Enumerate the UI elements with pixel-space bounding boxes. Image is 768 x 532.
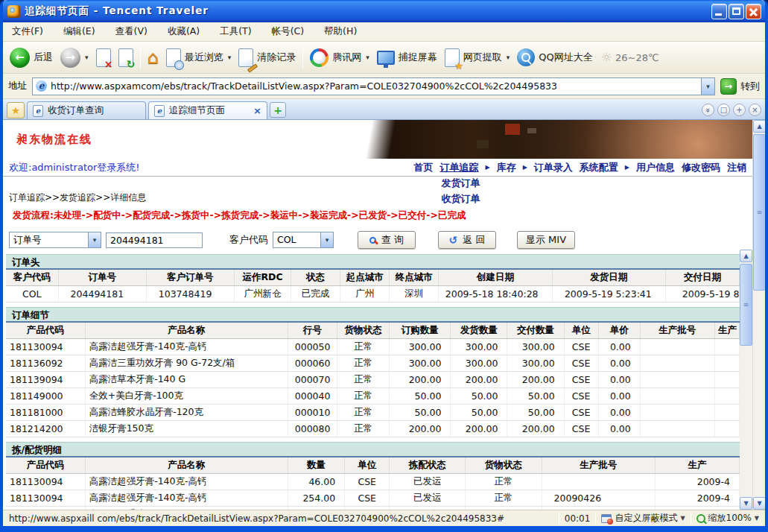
status-url: http://www.aspxaill com/ebs/track/TrackD…: [9, 513, 553, 524]
order-number-input[interactable]: 204494181: [106, 232, 203, 248]
scroll-down-icon[interactable]: ▼: [753, 497, 766, 510]
column-header: 创建日期: [439, 269, 552, 286]
address-dropdown-icon[interactable]: ▾: [701, 78, 714, 95]
frame-scrollbar[interactable]: ▲ ≡ ▼: [740, 250, 752, 510]
favorites-button[interactable]: ★: [7, 102, 25, 118]
tencent-site-button[interactable]: 腾讯网 ▾: [306, 47, 373, 69]
select-arrow-icon[interactable]: ▾: [320, 232, 333, 247]
extract-dropdown-icon[interactable]: ▾: [507, 54, 510, 61]
web-extract-button[interactable]: ★ 网页提取 ▾: [441, 47, 514, 69]
statusbar-separator: [691, 513, 691, 525]
stop-button[interactable]: ×: [92, 47, 115, 69]
menu-file[interactable]: 文件(F): [12, 25, 43, 38]
tab-track-detail[interactable]: e 追踪细节页面 ×: [148, 101, 267, 119]
table-cell: 50.00: [390, 405, 451, 421]
scroll-down-icon[interactable]: ▼: [740, 497, 752, 510]
close-tabbar-button[interactable]: ×: [749, 104, 761, 116]
table-cell: 50.00: [451, 388, 507, 405]
nav-logout[interactable]: 注销: [727, 161, 746, 174]
table-cell: 2009-5: [655, 507, 739, 510]
menu-account[interactable]: 帐号(C): [272, 25, 304, 38]
column-header: 终点城市: [390, 269, 439, 286]
menu-edit[interactable]: 编辑(E): [63, 25, 95, 38]
pin-button[interactable]: +: [733, 104, 746, 116]
collapse-toolbar-button[interactable]: »: [702, 104, 714, 116]
scrollbar-thumb[interactable]: ≡: [753, 134, 766, 291]
plus-icon: +: [273, 104, 282, 116]
forward-dropdown-icon[interactable]: ▾: [85, 54, 89, 61]
page-scrollbar[interactable]: ▲ ≡ ▼: [752, 120, 765, 510]
tab-close-icon[interactable]: ×: [253, 105, 261, 116]
scroll-up-icon[interactable]: ▲: [753, 120, 766, 133]
table-cell: 254.00: [288, 490, 345, 507]
clear-history-button[interactable]: 清除记录: [235, 47, 299, 69]
nav-inventory[interactable]: 库存: [497, 161, 516, 174]
table-cell: 181181000: [6, 405, 85, 421]
browser-window: 追踪细节页面 - Tencent Traveler 文件(F) 编辑(E) 查看…: [0, 0, 768, 532]
address-url[interactable]: http://www.aspxamcom/ebs/track/TrackDeta…: [51, 80, 701, 92]
statusbar-separator: [559, 513, 559, 525]
recent-dropdown-icon[interactable]: ▾: [228, 54, 232, 61]
section-title-order-header: 订单头: [6, 254, 740, 268]
scroll-up-icon[interactable]: ▲: [740, 250, 752, 262]
new-tab-button[interactable]: +: [270, 102, 286, 118]
home-button[interactable]: ⌂: [144, 47, 162, 68]
menu-view[interactable]: 查看(V): [115, 25, 147, 38]
column-header: 发货日期: [552, 269, 665, 286]
block-mode-control[interactable]: 自定义屏蔽模式 ▼: [601, 512, 685, 525]
query-button[interactable]: 查 询: [358, 231, 416, 249]
table-cell: 181149000: [6, 388, 85, 405]
go-button[interactable]: → 转到: [720, 78, 760, 95]
scrollbar-thumb[interactable]: ≡: [740, 264, 752, 346]
qq-nav-label: QQ网址大全: [539, 51, 592, 64]
order-field-select[interactable]: 订单号 ▾: [9, 232, 101, 248]
return-button[interactable]: ↺ 返 回: [438, 231, 496, 249]
table-cell: 50.00: [390, 388, 451, 405]
mode-dropdown-icon[interactable]: ▼: [680, 515, 685, 522]
minimize-button[interactable]: [711, 4, 727, 19]
nav-order-track[interactable]: 订单追踪 发货订单 收货订单: [440, 161, 479, 174]
tencent-dropdown-icon[interactable]: ▾: [366, 54, 369, 61]
table-cell: 300.00: [390, 355, 451, 372]
submenu-receive-order[interactable]: 收货订单: [442, 192, 480, 206]
nav-order-entry[interactable]: 订单录入: [534, 161, 573, 174]
address-field[interactable]: e http://www.aspxamcom/ebs/track/TrackDe…: [32, 77, 715, 95]
table-cell: 正常: [337, 405, 390, 421]
refresh-button[interactable]: ↻: [115, 47, 137, 69]
zoom-dropdown-icon[interactable]: ▼: [755, 515, 759, 522]
tab-receive-order-query[interactable]: e 收货订单查询: [27, 101, 146, 119]
show-miv-button[interactable]: 显示 MIV: [517, 231, 575, 249]
table-cell: 000010: [288, 405, 337, 421]
customer-code-select[interactable]: COL ▾: [273, 232, 334, 248]
menu-help[interactable]: 帮助(H): [324, 25, 357, 38]
table-cell: 50.00: [507, 388, 564, 405]
menu-tools[interactable]: 工具(T): [220, 25, 251, 38]
table-cell: 300.00: [451, 355, 507, 372]
table-cell: [542, 474, 655, 490]
block-mode-icon: [601, 514, 612, 523]
forward-button[interactable]: → ▾: [57, 46, 92, 69]
close-button[interactable]: [746, 4, 761, 19]
statusbar-separator: [595, 513, 596, 525]
toolbar-separator: [140, 46, 141, 69]
zoom-control[interactable]: 缩放100% ▼: [696, 512, 759, 525]
column-header: 数量: [288, 457, 345, 474]
recent-button[interactable]: 最近浏览 ▾: [162, 47, 235, 69]
nav-home[interactable]: 首页: [414, 161, 434, 174]
chevrons-down-icon: »: [705, 107, 712, 112]
table-cell: [714, 405, 739, 421]
nav-change-password[interactable]: 修改密码: [682, 161, 720, 174]
nav-system-config[interactable]: 系统配置: [580, 161, 618, 174]
table-cell: CSE: [564, 421, 598, 437]
menu-favorites[interactable]: 收藏(A): [168, 25, 200, 38]
back-button[interactable]: ← 后退: [6, 46, 57, 69]
table-cell: 181214200: [6, 421, 85, 437]
qq-nav-button[interactable]: QQ网址大全: [513, 47, 596, 68]
restore-window-button[interactable]: □: [717, 104, 730, 116]
table-cell: 181136092: [6, 355, 85, 372]
capture-screen-button[interactable]: 捕捉屏幕: [373, 49, 441, 66]
submenu-ship-order[interactable]: 发货订单: [442, 177, 480, 190]
nav-user-info[interactable]: 用户信息: [636, 161, 675, 174]
maximize-button[interactable]: [729, 4, 744, 19]
select-arrow-icon[interactable]: ▾: [88, 232, 101, 247]
